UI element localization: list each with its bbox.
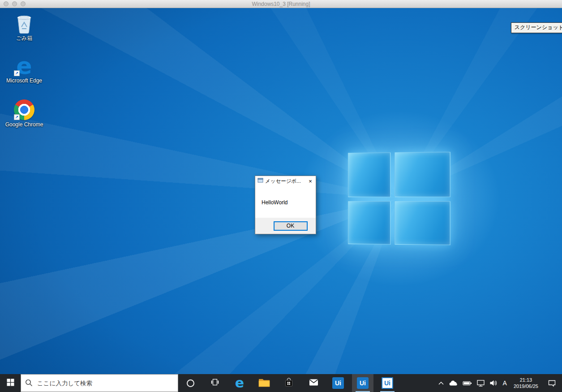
action-center-icon <box>548 379 556 387</box>
dialog-title: メッセージボ... <box>265 178 303 185</box>
dialog-titlebar[interactable]: メッセージボ... × <box>255 176 316 186</box>
windows-logo-pane <box>395 201 450 245</box>
screenshot-tooltip: スクリーンショット <box>511 22 562 33</box>
shortcut-arrow-icon: ↗ <box>14 114 20 120</box>
task-view-icon <box>211 378 219 388</box>
dialog-app-icon <box>257 177 263 185</box>
vm-window-title: Windows10_3 [Running] <box>0 1 562 7</box>
desktop-icon-microsoft-edge[interactable]: e ↗ Microsoft Edge <box>3 55 46 84</box>
microsoft-store-button[interactable] <box>278 374 300 392</box>
dialog-message: HelloWorld <box>262 199 287 206</box>
edge-taskbar-button[interactable]: e <box>229 374 250 392</box>
cortana-icon <box>187 379 194 387</box>
chrome-icon: ↗ <box>13 99 35 121</box>
shortcut-arrow-icon: ↗ <box>14 70 20 76</box>
desktop-icon-label: ごみ箱 <box>16 35 33 42</box>
windows-logo-pane <box>348 201 390 245</box>
ime-indicator[interactable]: A <box>500 374 510 392</box>
dialog-footer: OK <box>255 218 316 234</box>
start-button[interactable] <box>0 374 21 392</box>
cortana-button[interactable] <box>180 374 201 392</box>
desktop-icon-recycle-bin[interactable]: ごみ箱 <box>3 13 46 42</box>
network-tray-button[interactable] <box>474 374 487 392</box>
windows-taskbar: e <box>0 374 562 392</box>
mail-icon <box>309 379 318 388</box>
windows-start-icon <box>7 379 14 388</box>
battery-icon <box>463 379 472 387</box>
mac-traffic-lights <box>4 1 26 6</box>
windows-desktop[interactable]: ごみ箱 e ↗ Microsoft Edge ↗ Google Chrome ス… <box>0 8 562 374</box>
tray-expand-button[interactable] <box>436 374 446 392</box>
edge-icon: e <box>235 377 244 389</box>
task-view-button[interactable] <box>204 374 226 392</box>
dialog-close-button[interactable]: × <box>305 176 316 186</box>
desktop-icon-google-chrome[interactable]: ↗ Google Chrome <box>3 99 46 128</box>
file-explorer-button[interactable] <box>253 374 275 392</box>
windows-logo-pane <box>348 152 390 197</box>
recycle-bin-icon <box>13 13 35 34</box>
chevron-up-icon <box>438 380 444 386</box>
onedrive-tray-button[interactable] <box>446 374 460 392</box>
vm-titlebar: Windows10_3 [Running] <box>0 0 562 8</box>
vm-screen: Windows10_3 [Running] ごみ箱 <box>0 0 562 392</box>
system-tray: A 21:13 2019/06/25 <box>436 374 562 392</box>
speaker-icon <box>489 379 498 387</box>
file-explorer-icon <box>258 378 270 389</box>
uipath-icon: Ui <box>332 377 344 389</box>
edge-icon: e ↗ <box>13 55 35 77</box>
taskbar-clock[interactable]: 21:13 2019/06/25 <box>510 374 542 392</box>
uipath-studio-active-button[interactable]: Ui <box>352 374 373 392</box>
desktop-icon-label: Google Chrome <box>5 122 43 128</box>
uipath-icon: Ui <box>357 377 369 389</box>
uipath-robot-button[interactable]: Ui <box>377 374 398 392</box>
uipath-studio-button[interactable]: Ui <box>327 374 349 392</box>
windows-logo-pane <box>395 152 450 197</box>
action-center-button[interactable] <box>542 374 562 392</box>
search-icon <box>25 379 33 389</box>
mac-close-button[interactable] <box>4 1 9 6</box>
mail-button[interactable] <box>303 374 324 392</box>
mac-minimize-button[interactable] <box>12 1 17 6</box>
search-input[interactable] <box>21 374 178 392</box>
microsoft-store-icon <box>284 378 294 389</box>
taskbar-search <box>21 374 178 392</box>
mac-zoom-button[interactable] <box>21 1 26 6</box>
taskbar-apps: e <box>180 374 398 392</box>
uipath-robot-icon: Ui <box>382 377 393 389</box>
volume-tray-button[interactable] <box>487 374 500 392</box>
message-box-dialog: メッセージボ... × HelloWorld OK <box>255 176 316 234</box>
cloud-icon <box>449 379 458 387</box>
dialog-body: HelloWorld <box>255 186 316 218</box>
battery-tray-button[interactable] <box>460 374 474 392</box>
clock-time: 21:13 <box>520 377 532 383</box>
dialog-ok-button[interactable]: OK <box>274 221 308 231</box>
windows-logo-wallpaper <box>348 152 450 245</box>
clock-date: 2019/06/25 <box>514 383 538 389</box>
ethernet-network-icon <box>476 379 485 387</box>
